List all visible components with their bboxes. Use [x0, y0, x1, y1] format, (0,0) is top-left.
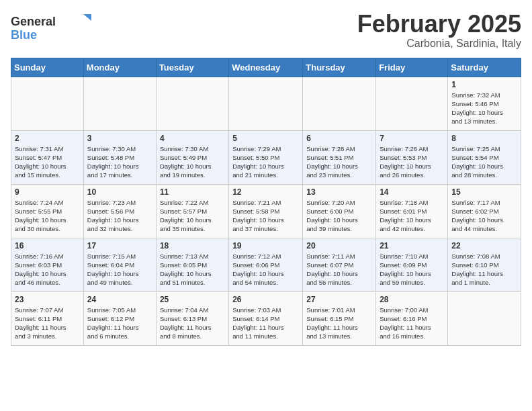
- week-row-5: 23Sunrise: 7:07 AM Sunset: 6:11 PM Dayli…: [11, 291, 521, 345]
- day-cell: [303, 77, 376, 130]
- day-cell: 2Sunrise: 7:31 AM Sunset: 5:47 PM Daylig…: [11, 130, 84, 184]
- day-number: 16: [15, 241, 80, 250]
- day-cell: 7Sunrise: 7:26 AM Sunset: 5:53 PM Daylig…: [376, 130, 448, 184]
- title-block: February 2025 Carbonia, Sardinia, Italy: [357, 11, 521, 50]
- day-cell: 24Sunrise: 7:05 AM Sunset: 6:12 PM Dayli…: [83, 291, 156, 345]
- day-cell: [83, 77, 156, 130]
- day-number: 19: [232, 241, 299, 250]
- day-cell: 23Sunrise: 7:07 AM Sunset: 6:11 PM Dayli…: [11, 291, 84, 345]
- day-number: 7: [380, 134, 444, 143]
- day-info: Sunrise: 7:22 AM Sunset: 5:57 PM Dayligh…: [160, 198, 225, 234]
- day-info: Sunrise: 7:29 AM Sunset: 5:50 PM Dayligh…: [232, 144, 299, 180]
- day-info: Sunrise: 7:23 AM Sunset: 5:56 PM Dayligh…: [87, 198, 152, 234]
- day-info: Sunrise: 7:30 AM Sunset: 5:49 PM Dayligh…: [160, 144, 225, 180]
- day-cell: 16Sunrise: 7:16 AM Sunset: 6:03 PM Dayli…: [11, 238, 84, 291]
- day-info: Sunrise: 7:25 AM Sunset: 5:54 PM Dayligh…: [451, 144, 517, 180]
- day-number: 25: [160, 295, 225, 304]
- header-cell-saturday: Saturday: [448, 58, 521, 77]
- day-number: 3: [87, 134, 152, 143]
- day-cell: 5Sunrise: 7:29 AM Sunset: 5:50 PM Daylig…: [229, 130, 303, 184]
- day-cell: 28Sunrise: 7:00 AM Sunset: 6:16 PM Dayli…: [376, 291, 448, 345]
- day-cell: 4Sunrise: 7:30 AM Sunset: 5:49 PM Daylig…: [156, 130, 228, 184]
- day-number: 20: [306, 241, 372, 250]
- header: General Blue February 2025 Carbonia, Sar…: [11, 11, 521, 50]
- day-cell: 15Sunrise: 7:17 AM Sunset: 6:02 PM Dayli…: [448, 184, 521, 238]
- day-info: Sunrise: 7:24 AM Sunset: 5:55 PM Dayligh…: [15, 198, 80, 234]
- header-cell-thursday: Thursday: [303, 58, 376, 77]
- day-cell: 8Sunrise: 7:25 AM Sunset: 5:54 PM Daylig…: [448, 130, 521, 184]
- day-info: Sunrise: 7:26 AM Sunset: 5:53 PM Dayligh…: [380, 144, 444, 180]
- day-info: Sunrise: 7:08 AM Sunset: 6:10 PM Dayligh…: [451, 252, 517, 287]
- day-number: 12: [232, 187, 299, 197]
- day-info: Sunrise: 7:07 AM Sunset: 6:11 PM Dayligh…: [15, 306, 80, 341]
- day-info: Sunrise: 7:03 AM Sunset: 6:14 PM Dayligh…: [232, 306, 299, 341]
- day-cell: [376, 77, 448, 130]
- calendar-subtitle: Carbonia, Sardinia, Italy: [357, 38, 521, 50]
- day-info: Sunrise: 7:13 AM Sunset: 6:05 PM Dayligh…: [160, 252, 225, 287]
- day-cell: 17Sunrise: 7:15 AM Sunset: 6:04 PM Dayli…: [83, 238, 156, 291]
- day-info: Sunrise: 7:20 AM Sunset: 6:00 PM Dayligh…: [306, 198, 372, 234]
- day-number: 14: [380, 187, 444, 197]
- day-cell: 11Sunrise: 7:22 AM Sunset: 5:57 PM Dayli…: [156, 184, 228, 238]
- day-info: Sunrise: 7:15 AM Sunset: 6:04 PM Dayligh…: [87, 252, 152, 287]
- day-number: 27: [306, 295, 372, 304]
- day-info: Sunrise: 7:00 AM Sunset: 6:16 PM Dayligh…: [380, 306, 444, 341]
- logo-text: General Blue: [11, 11, 98, 47]
- day-cell: 26Sunrise: 7:03 AM Sunset: 6:14 PM Dayli…: [229, 291, 303, 345]
- day-cell: 10Sunrise: 7:23 AM Sunset: 5:56 PM Dayli…: [83, 184, 156, 238]
- header-cell-sunday: Sunday: [11, 58, 84, 77]
- day-info: Sunrise: 7:10 AM Sunset: 6:09 PM Dayligh…: [380, 252, 444, 287]
- day-info: Sunrise: 7:31 AM Sunset: 5:47 PM Dayligh…: [15, 144, 80, 180]
- day-info: Sunrise: 7:18 AM Sunset: 6:01 PM Dayligh…: [380, 198, 444, 234]
- day-number: 5: [232, 134, 299, 143]
- day-cell: 13Sunrise: 7:20 AM Sunset: 6:00 PM Dayli…: [303, 184, 376, 238]
- day-cell: [156, 77, 228, 130]
- day-info: Sunrise: 7:16 AM Sunset: 6:03 PM Dayligh…: [15, 252, 80, 287]
- day-cell: 14Sunrise: 7:18 AM Sunset: 6:01 PM Dayli…: [376, 184, 448, 238]
- svg-text:General: General: [11, 15, 56, 28]
- day-number: 23: [15, 295, 80, 304]
- day-number: 11: [160, 187, 225, 197]
- day-info: Sunrise: 7:17 AM Sunset: 6:02 PM Dayligh…: [451, 198, 517, 234]
- day-info: Sunrise: 7:28 AM Sunset: 5:51 PM Dayligh…: [306, 144, 372, 180]
- day-info: Sunrise: 7:05 AM Sunset: 6:12 PM Dayligh…: [87, 306, 152, 341]
- header-cell-monday: Monday: [83, 58, 156, 77]
- day-cell: 20Sunrise: 7:11 AM Sunset: 6:07 PM Dayli…: [303, 238, 376, 291]
- day-info: Sunrise: 7:04 AM Sunset: 6:13 PM Dayligh…: [160, 306, 225, 341]
- day-info: Sunrise: 7:11 AM Sunset: 6:07 PM Dayligh…: [306, 252, 372, 287]
- day-number: 9: [15, 187, 80, 197]
- day-info: Sunrise: 7:30 AM Sunset: 5:48 PM Dayligh…: [87, 144, 152, 180]
- week-row-2: 2Sunrise: 7:31 AM Sunset: 5:47 PM Daylig…: [11, 130, 521, 184]
- day-number: 2: [15, 134, 80, 143]
- day-number: 8: [451, 134, 517, 143]
- day-number: 4: [160, 134, 225, 143]
- svg-marker-1: [83, 14, 91, 21]
- day-number: 24: [87, 295, 152, 304]
- day-cell: [448, 291, 521, 345]
- week-row-4: 16Sunrise: 7:16 AM Sunset: 6:03 PM Dayli…: [11, 238, 521, 291]
- day-cell: 1Sunrise: 7:32 AM Sunset: 5:46 PM Daylig…: [448, 77, 521, 130]
- day-cell: 27Sunrise: 7:01 AM Sunset: 6:15 PM Dayli…: [303, 291, 376, 345]
- day-cell: 12Sunrise: 7:21 AM Sunset: 5:58 PM Dayli…: [229, 184, 303, 238]
- day-number: 17: [87, 241, 152, 250]
- day-cell: [11, 77, 84, 130]
- header-cell-friday: Friday: [376, 58, 448, 77]
- day-number: 6: [306, 134, 372, 143]
- svg-text:Blue: Blue: [11, 28, 37, 42]
- day-info: Sunrise: 7:21 AM Sunset: 5:58 PM Dayligh…: [232, 198, 299, 234]
- day-number: 26: [232, 295, 299, 304]
- day-number: 10: [87, 187, 152, 197]
- logo: General Blue: [11, 11, 98, 47]
- day-number: 22: [451, 241, 517, 250]
- day-cell: 18Sunrise: 7:13 AM Sunset: 6:05 PM Dayli…: [156, 238, 228, 291]
- calendar-title: February 2025: [357, 11, 521, 38]
- calendar-table: SundayMondayTuesdayWednesdayThursdayFrid…: [11, 58, 521, 346]
- week-row-3: 9Sunrise: 7:24 AM Sunset: 5:55 PM Daylig…: [11, 184, 521, 238]
- day-cell: 21Sunrise: 7:10 AM Sunset: 6:09 PM Dayli…: [376, 238, 448, 291]
- day-number: 18: [160, 241, 225, 250]
- day-cell: [229, 77, 303, 130]
- header-row: SundayMondayTuesdayWednesdayThursdayFrid…: [11, 58, 521, 77]
- day-cell: 22Sunrise: 7:08 AM Sunset: 6:10 PM Dayli…: [448, 238, 521, 291]
- day-info: Sunrise: 7:01 AM Sunset: 6:15 PM Dayligh…: [306, 306, 372, 341]
- day-number: 1: [451, 80, 517, 89]
